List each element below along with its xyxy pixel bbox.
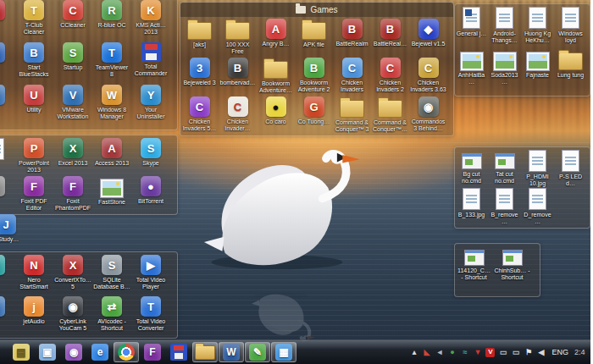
desktop-icon-bittorrent[interactable]: ●BitTorrent xyxy=(131,176,170,214)
desktop-icon-convertxto-5[interactable]: XConvertXTo… 5 xyxy=(53,255,92,296)
desktop-icon-excel-2013[interactable]: XExcel 2013 xyxy=(53,138,92,176)
desktop-icon-item[interactable]: … xyxy=(0,176,14,214)
desktop-icon-p-hdmi-10-jpg[interactable]: P_HDMI 10.jpg xyxy=(521,150,554,188)
desktop-icon-angry-b[interactable]: AAngry B… xyxy=(257,19,295,58)
desktop-icon-fajnaste[interactable]: Fajnaste xyxy=(521,49,554,91)
desktop-icon-lung-tung[interactable]: Lung tung xyxy=(554,49,587,91)
desktop-icon-item[interactable]: … xyxy=(0,138,14,176)
desktop-icon-powerpoint-2013[interactable]: PPowerPoint 2013 xyxy=(14,138,53,176)
taskbar-button-sticky-notes[interactable]: ▤ xyxy=(8,342,34,362)
taskbar-button-foxit-phantompdf[interactable]: F xyxy=(140,342,165,362)
desktop-icon-bookworm-adventure-2[interactable]: BBookworm Adventure 2 xyxy=(295,58,333,97)
desktop-icon-general-j[interactable]: General j… xyxy=(455,7,488,49)
desktop-icon-skype[interactable]: SSkype xyxy=(131,138,170,176)
desktop-icon-jetaudio[interactable]: jjetAudio xyxy=(14,296,53,338)
desktop-icon-anhhaiba[interactable]: AnhHaiBa… xyxy=(455,49,488,91)
taskbar-button-word[interactable]: W xyxy=(219,342,244,362)
desktop-icon-total-commander[interactable]: Total Commander xyxy=(131,42,170,85)
taskbar-button-total-commander[interactable] xyxy=(166,342,191,362)
desktop-icon-cyberlink-youcam-5[interactable]: ◉CyberLink YouCam 5 xyxy=(53,296,92,338)
taskbar-button-photo-viewer[interactable]: ▦ xyxy=(271,342,296,362)
desktop-icon-bookworm-adventure[interactable]: Bookworm Adventure… xyxy=(257,58,295,97)
taskbar-button-image-editor[interactable]: ✎ xyxy=(245,342,270,362)
desktop-icon-total-video-converter[interactable]: TTotal Video Converter xyxy=(131,296,170,338)
desktop-icon-co-caro[interactable]: ●Co caro xyxy=(257,97,295,135)
desktop-icon-j-study[interactable]: JJ-Study… xyxy=(0,214,25,243)
desktop-icon-faststone[interactable]: FastStone xyxy=(92,176,131,214)
app-icon: A xyxy=(102,138,122,158)
desktop-icon-bejeweled-3[interactable]: 3Bejeweled 3 xyxy=(180,58,219,97)
desktop-icon-114120-c-shortcut[interactable]: 114120_C… - Shortcut xyxy=(455,246,493,294)
taskbar-button-chrome[interactable] xyxy=(114,342,139,362)
desktop-icon-chicken-invader[interactable]: CChicken Invader… xyxy=(219,97,257,135)
language-indicator[interactable]: ENG xyxy=(551,348,568,356)
tray-graphics-icon[interactable]: ◣ xyxy=(422,348,431,357)
desktop-icon-nero-startsmart[interactable]: NNero StartSmart xyxy=(14,255,53,296)
desktop-icon-b-remove[interactable]: B_remove… xyxy=(488,188,521,226)
desktop-icon-chicken-invaders[interactable]: CChicken Invaders xyxy=(333,58,371,97)
desktop-icon-item[interactable]: … xyxy=(0,296,14,338)
desktop-icon-utility[interactable]: UUtility xyxy=(14,85,53,127)
desktop-icon-chicken-invaders-2[interactable]: CChicken Invaders 2 xyxy=(371,58,409,97)
desktop-icon-battlereal[interactable]: BBattleReal… xyxy=(371,19,409,58)
desktop-icon-access-2013[interactable]: AAccess 2013 xyxy=(92,138,131,176)
desktop-icon-teamviewer-8[interactable]: TTeamViewer 8 xyxy=(92,42,131,85)
tray-display-1-icon[interactable]: ▭ xyxy=(498,348,507,357)
tray-antivirus-icon[interactable]: ● xyxy=(447,348,457,357)
taskbar-button-media-player[interactable]: ◉ xyxy=(61,342,86,362)
desktop-icon-apk-file[interactable]: APK file xyxy=(295,19,333,58)
desktop-icon-windows-8-manager[interactable]: WWindows 8 Manager xyxy=(92,85,131,127)
desktop-icon-total-video-player[interactable]: ▶Total Video Player xyxy=(131,255,170,296)
desktop-icon-android-thangs[interactable]: Android-Thangs… xyxy=(488,7,521,49)
desktop-icon-vmware-workstation[interactable]: VVMware Workstation xyxy=(53,85,92,127)
desktop-icon-windows-loyd[interactable]: Windows loyd xyxy=(554,7,587,49)
desktop-icon-chinhsub-shortcut[interactable]: ChinhSub… - Shortcut xyxy=(493,246,531,294)
taskbar-button-devices[interactable]: ▣ xyxy=(35,342,60,362)
tray-audio-manager-icon[interactable]: ◄ xyxy=(435,348,444,357)
tray-idm-icon[interactable]: V xyxy=(485,348,495,357)
desktop-icon-p-s-led-d[interactable]: P-S LED d… xyxy=(554,150,587,188)
desktop-icon-soda2013[interactable]: Soda2013… xyxy=(488,49,521,91)
desktop-icon-r-blue-oc[interactable]: RR-blue OC xyxy=(92,0,131,42)
desktop-icon-b-133-jpg[interactable]: B_133.jpg xyxy=(455,188,488,226)
games-group-header[interactable]: Games xyxy=(180,3,453,17)
desktop-icon-sqlite-database-b[interactable]: SSQLite Database B… xyxy=(92,255,131,296)
desktop-icon-chicken-invaders-3-63[interactable]: CChicken Invaders 3.63 xyxy=(409,58,447,97)
desktop-icon-command-conquer-3[interactable]: Command & Conquer™ 3 xyxy=(333,97,371,135)
desktop-icon-aks[interactable]: [aks] xyxy=(180,19,219,58)
desktop-icon-bg-cut-no-cmd[interactable]: Bg cut no.cmd xyxy=(455,150,488,188)
tray-volume-icon[interactable]: ◀ xyxy=(536,348,546,357)
desktop-icon-foxit-pdf-editor[interactable]: FFoxit PDF Editor xyxy=(14,176,53,214)
desktop-icon-kms-acti-2013[interactable]: KKMS Acti… 2013 xyxy=(131,0,170,42)
desktop-icon-command-conquer[interactable]: Command & Conquer™… xyxy=(371,97,409,135)
desktop-icon-startup[interactable]: SStartup xyxy=(53,42,92,85)
tray-display-2-icon[interactable]: ▭ xyxy=(511,348,520,357)
desktop-icon-huong-kg-hekhu[interactable]: Huong Kg HeKhu… xyxy=(521,7,554,49)
desktop-icon-chicken-invaders-5[interactable]: CChicken Invaders 5… xyxy=(180,97,219,135)
tray-show-hidden-icons-icon[interactable]: ▴ xyxy=(409,348,418,357)
desktop-icon-100-xxx-free[interactable]: 100 XXX Free xyxy=(219,19,257,58)
desktop-icon-item[interactable]: … xyxy=(0,255,14,296)
desktop-icon-your-uninstaller[interactable]: YYour Uninstaller xyxy=(131,85,170,127)
desktop-icon-bejewel-v1-5[interactable]: ◆Bejewel v1.5 xyxy=(409,19,447,58)
desktop-icon-item[interactable]: … xyxy=(0,42,14,85)
desktop-icon-avicodec-shortcut[interactable]: ⇄AVIcodec - Shortcut xyxy=(92,296,131,338)
tray-network-icon[interactable]: ≈ xyxy=(460,348,469,357)
desktop-icon-commandos-3-behind[interactable]: ◉Commandos 3 Behind… xyxy=(409,97,447,135)
taskbar-clock[interactable]: 2:46 xyxy=(574,348,585,356)
taskbar-button-internet-explorer[interactable]: e xyxy=(87,342,113,362)
desktop-icon-item[interactable]: … xyxy=(0,0,14,42)
desktop-icon-co-tuong[interactable]: GCo Tuong… xyxy=(295,97,333,135)
taskbar-button-windows-explorer[interactable] xyxy=(192,342,218,362)
desktop-icon-t-club-cleaner[interactable]: TT-Club Cleaner xyxy=(14,0,53,42)
desktop-icon-tat-cut-no-cmd[interactable]: Tat cut no.cmd xyxy=(488,150,521,188)
desktop-icon-ccleaner[interactable]: CCCleaner xyxy=(53,0,92,42)
desktop-icon-battlerealm[interactable]: BBattleRealm xyxy=(333,19,371,58)
desktop-icon-bombervad[interactable]: Bbombervad… xyxy=(219,58,257,97)
tray-security-icon[interactable]: ▼ xyxy=(473,348,482,357)
desktop-icon-d-remove[interactable]: D_remove… xyxy=(521,188,554,226)
desktop-icon-start-bluestacks[interactable]: BStart BlueStacks xyxy=(14,42,53,85)
tray-action-center-icon[interactable]: ⚑ xyxy=(524,348,533,357)
desktop-icon-foxit-phantompdf[interactable]: FFoxit PhantomPDF xyxy=(53,176,92,214)
desktop-icon-item[interactable]: … xyxy=(0,85,14,127)
